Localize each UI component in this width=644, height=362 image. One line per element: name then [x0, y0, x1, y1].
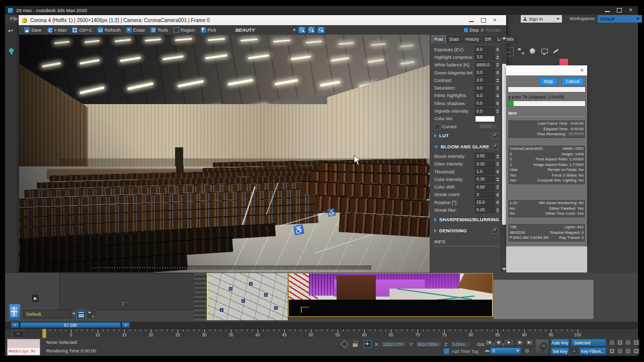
close-icon[interactable]: ×	[493, 18, 499, 23]
setting-value-input[interactable]: 2.0	[475, 77, 495, 83]
setting-value-input[interactable]: 1.0	[475, 168, 495, 175]
erase-button[interactable]: ×Erase	[125, 27, 147, 33]
x-coordinate-field[interactable]: 12923.278	[381, 341, 407, 347]
spinner[interactable]	[496, 47, 500, 53]
selection-filter-dropdown[interactable]: Selected	[571, 339, 606, 346]
material-editor-icon[interactable]	[529, 47, 537, 55]
add-time-tag[interactable]: Add Time Tag	[451, 349, 478, 354]
setting-value-input[interactable]: 0.30	[475, 176, 495, 183]
selection-lock-icon[interactable]	[352, 341, 359, 347]
default-tangents-icon[interactable]: ⌁	[571, 347, 578, 355]
spinner[interactable]	[496, 207, 500, 213]
info-section-header[interactable]: INFO	[434, 239, 500, 246]
chevron-down-icon[interactable]	[72, 313, 75, 315]
scene-explorer-icon[interactable]	[87, 310, 96, 319]
zoom-in-icon[interactable]	[298, 27, 305, 33]
refresh-button[interactable]: Refresh	[96, 27, 122, 33]
spinner[interactable]	[496, 85, 500, 91]
maximize-viewport-icon[interactable]	[632, 347, 639, 354]
scroll-up-icon[interactable]	[502, 37, 506, 39]
restore-icon[interactable]	[617, 8, 622, 13]
frame-spinner-icon[interactable]: ◀▶	[485, 347, 489, 354]
set-key-button[interactable]: Set Key	[551, 347, 569, 355]
go-to-start-button[interactable]: |◀	[485, 339, 493, 346]
tools-button[interactable]: Tools	[149, 27, 170, 33]
setting-value-input[interactable]: 6800.0	[475, 62, 495, 68]
next-range-button[interactable]: >	[122, 322, 130, 328]
maxscript-mini-listener[interactable]: MAXScript Mi	[7, 339, 40, 355]
time-slider-marker[interactable]	[42, 329, 46, 338]
dialog-stop-button[interactable]: Stop	[539, 77, 557, 85]
key-mode-icon[interactable]	[523, 347, 530, 354]
sharpening-section-header[interactable]: SHARPENING/BLURRING	[434, 214, 500, 225]
zoom-out-icon[interactable]	[308, 27, 315, 33]
corona-title-bar[interactable]: Corona 4 (Hotfix 1) | 2500×1406px (1:2) …	[19, 15, 506, 25]
undo-icon[interactable]: ↩	[8, 27, 13, 34]
setting-value-input[interactable]: 3.0	[475, 54, 495, 60]
denoising-checkbox[interactable]	[492, 228, 498, 234]
copy-button[interactable]: Ctrl+C	[70, 27, 94, 33]
setting-value-input[interactable]: 0.0	[475, 93, 495, 99]
expand-arrow-button[interactable]: ▶	[31, 294, 40, 303]
curves-editor-button[interactable]: Editor...	[477, 123, 498, 130]
absolute-mode-icon[interactable]	[363, 340, 371, 348]
setting-value-input[interactable]: 0.0	[475, 69, 495, 76]
viewport-top[interactable]	[194, 273, 288, 320]
lut-section-header[interactable]: LUT	[434, 130, 500, 141]
spinner[interactable]	[496, 93, 500, 99]
spinner[interactable]	[496, 77, 500, 83]
auto-key-button[interactable]: Auto Key	[551, 339, 569, 346]
lightbulb-icon[interactable]	[9, 48, 14, 53]
viewport-layout-tab-icon[interactable]	[9, 304, 20, 320]
spinner[interactable]	[496, 192, 500, 198]
dialog-cancel-button[interactable]: Cancel	[561, 77, 584, 85]
zoom-all-icon[interactable]	[616, 339, 623, 346]
close-icon[interactable]: ×	[629, 8, 635, 13]
sign-in-button[interactable]: Sign In	[521, 15, 562, 23]
close-icon[interactable]: ×	[580, 67, 584, 74]
viewport-active[interactable]	[288, 273, 493, 317]
field-of-view-icon[interactable]	[608, 347, 615, 354]
viewport-layout-dropdown[interactable]: Default	[23, 310, 71, 318]
frame-range-slider[interactable]: 0 / 100	[20, 322, 121, 328]
corona-tab[interactable]: DR	[482, 36, 494, 43]
setting-value-input[interactable]: 0.0	[475, 108, 495, 115]
next-frame-button[interactable]: |▶	[516, 339, 524, 346]
zoom-icon[interactable]	[608, 339, 615, 346]
file-menu[interactable]: File	[10, 16, 18, 21]
render-setup-icon[interactable]	[540, 47, 548, 55]
viewport-left[interactable]	[59, 273, 195, 310]
dialog-title-bar[interactable]: ×	[506, 65, 587, 75]
corona-tab[interactable]: Stats	[447, 36, 462, 43]
current-frame-field[interactable]: 0	[490, 347, 521, 354]
setting-value-input[interactable]: 3	[475, 192, 495, 198]
setting-value-input[interactable]: 0.50	[475, 184, 495, 191]
timeline-ruler[interactable]: ∿ 51015202530354045505560657075808590951…	[5, 328, 638, 338]
save-button[interactable]: Save	[23, 27, 43, 33]
maximize-icon[interactable]	[481, 18, 486, 23]
add-time-tag-icon[interactable]	[444, 348, 449, 354]
go-to-end-button[interactable]: ▶|	[525, 339, 534, 346]
spinner[interactable]	[496, 176, 500, 183]
setting-value-input[interactable]: 0.50	[475, 153, 495, 159]
pan-icon[interactable]	[616, 347, 623, 354]
parameters-group-header[interactable]: ters	[508, 111, 585, 117]
setting-value-input[interactable]: 0.0	[475, 100, 495, 107]
denoising-section-header[interactable]: DENOISING	[434, 225, 500, 236]
utilities-wrench-icon[interactable]	[552, 47, 560, 55]
isolate-selection-icon[interactable]	[341, 341, 348, 347]
minimize-icon[interactable]	[605, 8, 610, 13]
setting-value-input[interactable]: 15.0	[475, 199, 495, 206]
zoom-fit-icon[interactable]	[317, 27, 325, 33]
scroll-down-icon[interactable]	[502, 268, 506, 270]
region-button[interactable]: Region	[172, 27, 197, 33]
minimize-icon[interactable]	[469, 18, 474, 23]
spinner[interactable]	[496, 70, 500, 76]
spinner[interactable]	[496, 108, 500, 114]
zoom-extents-all-icon[interactable]	[632, 339, 639, 346]
max-title-bar[interactable]: 29.max - Autodesk 3ds Max 2020 ×	[5, 6, 638, 15]
orbit-icon[interactable]	[624, 347, 631, 354]
setting-value-input[interactable]: 0.0	[475, 85, 495, 92]
render-button[interactable]: Render	[481, 28, 501, 33]
color-tint-swatch[interactable]	[475, 116, 495, 122]
